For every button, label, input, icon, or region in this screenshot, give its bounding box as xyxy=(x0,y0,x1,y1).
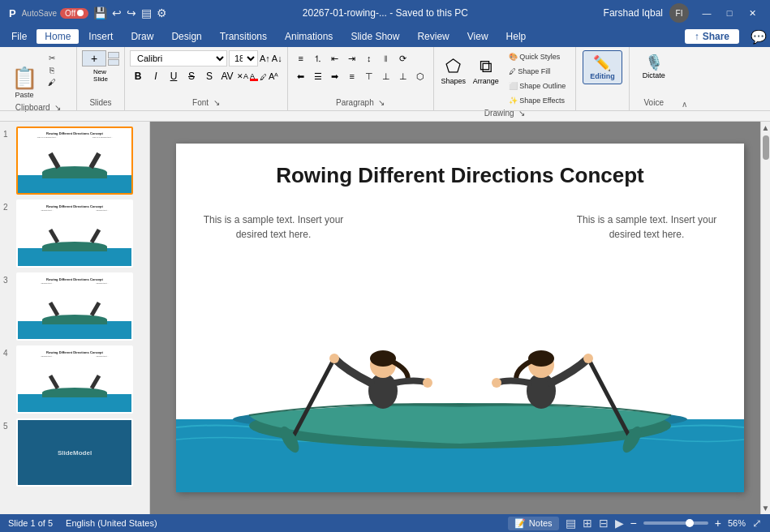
strikethrough-button[interactable]: S xyxy=(183,68,200,84)
align-top-btn[interactable]: ⊤ xyxy=(361,68,377,84)
user-avatar: FI xyxy=(669,3,689,23)
zoom-in-btn[interactable]: + xyxy=(715,517,721,530)
menu-slideshow[interactable]: Slide Show xyxy=(342,29,407,44)
menu-home[interactable]: Home xyxy=(37,29,79,44)
slide-thumb-1[interactable]: 1 Rowing Different Directions Concept Th… xyxy=(3,127,146,195)
slide-canvas-5: SlideModel xyxy=(18,420,131,485)
clear-formatting-btn[interactable]: ✕A xyxy=(237,72,248,80)
slide-thumb-4[interactable]: 4 Rowing Different Directions Concept sa… xyxy=(3,345,146,414)
comment-icon[interactable]: 💬 xyxy=(751,29,767,45)
notes-button[interactable]: 📝 Notes xyxy=(508,517,559,530)
underline-button[interactable]: U xyxy=(166,68,182,84)
zoom-slider[interactable] xyxy=(643,521,708,525)
smartart-btn[interactable]: ⬡ xyxy=(412,68,428,84)
bullet-list-btn[interactable]: ≡ xyxy=(293,50,309,66)
minimize-button[interactable]: — xyxy=(695,5,718,21)
increase-indent-btn[interactable]: ⇥ xyxy=(344,50,360,66)
shape-fill-button[interactable]: 🖊 Shape Fill xyxy=(504,65,571,78)
menu-animations[interactable]: Animations xyxy=(277,29,341,44)
slideshow-btn[interactable]: ▶ xyxy=(615,517,624,530)
menu-view[interactable]: View xyxy=(459,29,497,44)
menu-design[interactable]: Design xyxy=(163,29,209,44)
align-center-btn[interactable]: ☰ xyxy=(310,68,326,84)
number-list-btn[interactable]: ⒈ xyxy=(310,50,326,66)
maximize-button[interactable]: □ xyxy=(718,5,741,21)
main-scroll-v[interactable]: ▲ ▼ xyxy=(760,122,770,514)
font-size-aa[interactable]: Aᴬ xyxy=(269,71,278,82)
slide-title: Rowing Different Directions Concept xyxy=(176,144,744,196)
menu-review[interactable]: Review xyxy=(409,29,457,44)
new-slide-button[interactable]: + NewSlide xyxy=(82,50,119,83)
copy-button[interactable]: ⎘ xyxy=(39,65,65,75)
autosave-toggle[interactable]: Off xyxy=(60,8,88,19)
format-painter-button[interactable]: 🖌 xyxy=(39,77,65,88)
right-rower-arm-left xyxy=(497,381,529,384)
ribbon-collapse-button[interactable]: ∧ xyxy=(678,100,691,110)
zoom-out-btn[interactable]: − xyxy=(630,517,637,530)
char-spacing-button[interactable]: AV xyxy=(219,68,235,84)
italic-button[interactable]: I xyxy=(148,68,164,84)
shadow-button[interactable]: S xyxy=(201,68,217,84)
slide-image-3[interactable]: Rowing Different Directions Concept samp… xyxy=(16,272,133,341)
menu-transitions[interactable]: Transitions xyxy=(212,29,275,44)
dictate-button[interactable]: 🎙️ Dictate xyxy=(636,50,672,83)
text-highlight-btn[interactable]: 🖊 xyxy=(260,73,267,81)
slide-canvas-4: Rowing Different Directions Concept samp… xyxy=(18,347,131,412)
slide-image-4[interactable]: Rowing Different Directions Concept samp… xyxy=(16,345,133,414)
fit-slide-btn[interactable]: ⤢ xyxy=(752,517,762,530)
slide-illustration xyxy=(176,233,744,492)
columns-btn[interactable]: ⫴ xyxy=(378,50,394,66)
line-spacing-btn[interactable]: ↕ xyxy=(361,50,377,66)
scroll-up-btn[interactable]: ▲ xyxy=(762,123,770,132)
justify-btn[interactable]: ≡ xyxy=(344,68,360,84)
slide-thumb-5[interactable]: 5 SlideModel xyxy=(3,418,146,487)
cut-button[interactable]: ✂ xyxy=(39,53,65,63)
font-name-dropdown[interactable]: Calibri xyxy=(130,50,227,66)
paragraph-section: ≡ ⒈ ⇤ ⇥ ↕ ⫴ ⟳ ⬅ ☰ ➡ ≡ ⊤ ⊥ ⊥ ⬡ xyxy=(288,47,434,110)
shapes-button[interactable]: ⬠ Shapes xyxy=(439,50,468,91)
present-icon[interactable]: ▤ xyxy=(141,6,152,19)
redo-icon[interactable]: ↪ xyxy=(127,6,136,19)
align-bottom-btn[interactable]: ⊥ xyxy=(395,68,411,84)
align-middle-btn[interactable]: ⊥ xyxy=(378,68,394,84)
bold-button[interactable]: B xyxy=(130,68,146,84)
menu-insert[interactable]: Insert xyxy=(80,29,121,44)
slide-content[interactable]: ▲ ▼ Rowing Different Directions Concept … xyxy=(150,122,770,514)
font-color-btn[interactable]: A xyxy=(250,72,258,81)
slide-thumb-2[interactable]: 2 Rowing Different Directions Concept sa… xyxy=(3,200,146,268)
arrange-button[interactable]: ⧉ Arrange xyxy=(471,50,501,91)
slide-image-1[interactable]: Rowing Different Directions Concept This… xyxy=(16,127,133,195)
autosave-dot xyxy=(77,10,84,16)
reading-view-btn[interactable]: ⊟ xyxy=(599,517,609,530)
editing-button[interactable]: ✏️ Editing xyxy=(583,50,622,84)
scroll-down-btn[interactable]: ▼ xyxy=(762,504,770,513)
voice-label: Voice xyxy=(636,98,672,107)
menu-draw[interactable]: Draw xyxy=(123,29,161,44)
decrease-font-btn[interactable]: A↓ xyxy=(272,54,282,63)
slide-image-2[interactable]: Rowing Different Directions Concept samp… xyxy=(16,200,133,268)
zoom-thumb[interactable] xyxy=(686,519,694,527)
left-rower-hair xyxy=(370,350,396,367)
save-icon[interactable]: 💾 xyxy=(93,6,107,19)
align-left-btn[interactable]: ⬅ xyxy=(293,68,309,84)
menu-file[interactable]: File xyxy=(3,29,35,44)
shape-effects-button[interactable]: ✨ Shape Effects xyxy=(504,94,571,107)
increase-font-btn[interactable]: A↑ xyxy=(260,54,270,63)
font-size-dropdown[interactable]: 18 xyxy=(229,50,258,66)
align-right-btn[interactable]: ➡ xyxy=(327,68,343,84)
slide-thumb-3[interactable]: 3 Rowing Different Directions Concept sa… xyxy=(3,272,146,341)
menu-help[interactable]: Help xyxy=(498,29,535,44)
undo-icon[interactable]: ↩ xyxy=(112,6,122,19)
shape-outline-button[interactable]: ⬜ Shape Outline xyxy=(504,79,571,92)
paste-button[interactable]: 📋 Paste ✂ ⎘ 🖌 xyxy=(6,50,70,101)
decrease-indent-btn[interactable]: ⇤ xyxy=(327,50,343,66)
scroll-thumb-v[interactable] xyxy=(763,135,769,160)
close-button[interactable]: ✕ xyxy=(741,5,764,21)
share-button[interactable]: ↑ Share xyxy=(685,29,739,44)
customize-icon[interactable]: ⚙ xyxy=(157,6,167,19)
slide-image-5[interactable]: SlideModel xyxy=(16,418,133,487)
text-direction-btn[interactable]: ⟳ xyxy=(395,50,411,66)
slide-sorter-btn[interactable]: ⊞ xyxy=(583,517,592,530)
quick-styles-button[interactable]: 🎨 Quick Styles xyxy=(504,50,571,63)
normal-view-btn[interactable]: ▤ xyxy=(566,517,576,530)
